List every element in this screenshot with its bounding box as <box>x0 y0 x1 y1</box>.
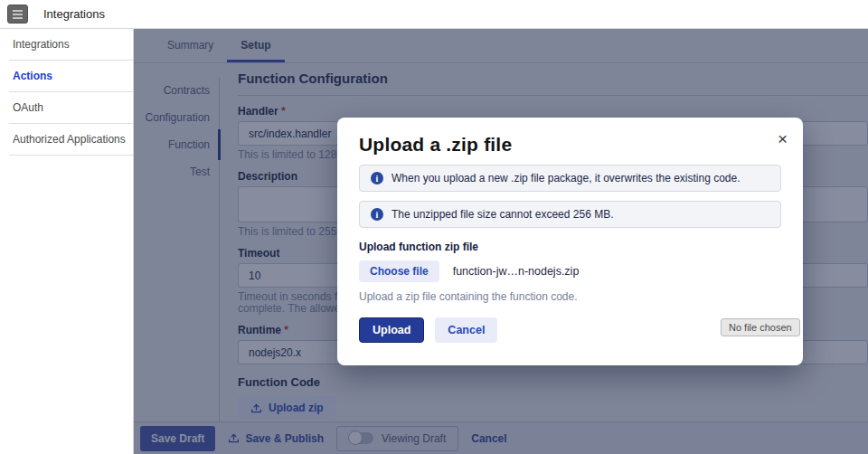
page-title: Integrations <box>43 7 105 21</box>
modal-cancel-button[interactable]: Cancel <box>435 317 497 343</box>
hamburger-menu-icon[interactable] <box>7 5 28 24</box>
close-icon[interactable]: × <box>778 130 788 147</box>
choose-file-button[interactable]: Choose file <box>359 260 439 282</box>
sidebar-item-actions[interactable]: Actions <box>9 61 133 92</box>
file-input-row: Choose file function-jw…n-nodejs.zip <box>359 260 781 282</box>
sidebar: Integrations Actions OAuth Authorized Ap… <box>0 29 134 454</box>
file-input-help: Upload a zip file containing the functio… <box>359 290 781 303</box>
upload-button[interactable]: Upload <box>359 317 424 343</box>
alert-overwrite-warning: i When you upload a new .zip file packag… <box>359 165 781 192</box>
sidebar-item-integrations[interactable]: Integrations <box>9 29 133 61</box>
modal-actions: Upload Cancel <box>359 317 781 343</box>
alert-size-limit: i The unzipped file size cannot exceed 2… <box>359 201 781 228</box>
upload-zip-modal: × Upload a .zip file i When you upload a… <box>337 118 803 365</box>
app-window: Integrations Integrations Actions OAuth … <box>0 0 868 454</box>
selected-filename: function-jw…n-nodejs.zip <box>453 265 580 278</box>
file-input-label: Upload function zip file <box>359 241 781 253</box>
no-file-chosen-tooltip: No file chosen <box>721 318 800 336</box>
top-bar: Integrations <box>0 0 868 29</box>
sidebar-item-oauth[interactable]: OAuth <box>9 92 133 124</box>
info-icon: i <box>371 208 383 221</box>
modal-title: Upload a .zip file <box>359 134 781 156</box>
info-icon: i <box>371 172 383 184</box>
sidebar-item-authorized-applications[interactable]: Authorized Applications <box>9 124 133 156</box>
